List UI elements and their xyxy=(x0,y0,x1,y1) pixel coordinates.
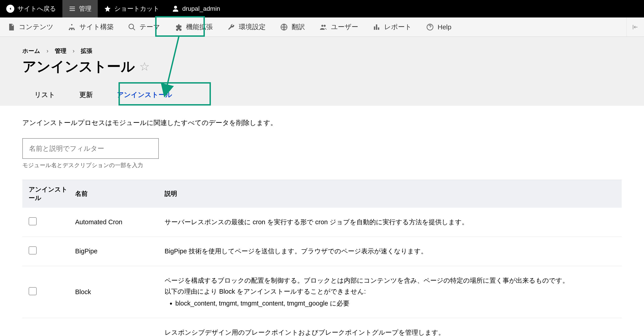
puzzle-icon xyxy=(174,23,182,31)
appearance-icon xyxy=(128,23,136,31)
tab-uninstall[interactable]: アンインストール xyxy=(105,84,184,106)
module-description-cell: ページを構成するブロックの配置を制御する。ブロックとは内部にコンテンツを含み、ペ… xyxy=(161,266,622,318)
admin-menu-reports[interactable]: レポート xyxy=(366,18,419,37)
hamburger-icon xyxy=(69,5,76,12)
admin-menu-config[interactable]: 環境設定 xyxy=(220,18,273,37)
back-to-site-label: サイトへ戻る xyxy=(18,5,56,13)
uninstall-checkbox[interactable] xyxy=(28,287,37,295)
admin-menu-extend[interactable]: 機能拡張 xyxy=(167,18,220,37)
breadcrumb: ホーム › 管理 › 拡張 xyxy=(22,37,622,57)
breadcrumb-extend[interactable]: 拡張 xyxy=(81,47,92,55)
admin-menu: コンテンツ サイト構築 テーマ 機能拡張 環境設定 翻訳 ユーザー レポート H… xyxy=(0,18,644,37)
uninstall-description: アンインストールプロセスはモジュールに関連したすべてのデータを削除します。 xyxy=(22,118,622,127)
table-row: BigPipeBigPipe 技術を使用してページを送信します。ブラウザでのペー… xyxy=(22,237,622,266)
top-toolbar: サイトへ戻る 管理 ショートカット drupal_admin xyxy=(0,0,644,18)
wrench-icon xyxy=(227,23,235,31)
manage-label: 管理 xyxy=(79,5,92,13)
favorite-star-icon[interactable]: ☆ xyxy=(139,60,150,73)
table-row: Automated Cronサーバーレスポンスの最後に cron を実行する形で… xyxy=(22,208,622,237)
table-header-name: 名前 xyxy=(72,180,161,208)
shortcuts-label: ショートカット xyxy=(114,5,160,13)
breadcrumb-home[interactable]: ホーム xyxy=(22,47,40,55)
breadcrumb-separator-icon: › xyxy=(46,48,48,54)
back-icon xyxy=(6,5,14,13)
uninstall-checkbox-cell xyxy=(22,237,72,266)
module-description-cell: レスポンシブデザイン用のブレークポイントおよびブレークポイントグループを管理しま… xyxy=(161,318,622,336)
uninstall-checkbox[interactable] xyxy=(28,217,37,225)
module-filter-input[interactable] xyxy=(22,138,159,159)
tab-list[interactable]: リスト xyxy=(22,84,67,106)
table-header-uninstall: アンインストール xyxy=(22,180,72,208)
table-header-description: 説明 xyxy=(161,180,622,208)
user-icon xyxy=(172,5,179,12)
admin-menu-help[interactable]: Help xyxy=(419,18,459,37)
module-name-cell: Block xyxy=(72,266,161,318)
content-area: アンインストールプロセスはモジュールに関連したすべてのデータを削除します。 モジ… xyxy=(0,106,644,336)
module-description-cell: BigPipe 技術を使用してページを送信します。ブラウザでのページ表示が速くな… xyxy=(161,237,622,266)
admin-menu-content[interactable]: コンテンツ xyxy=(0,18,60,37)
collapse-icon xyxy=(632,24,639,31)
admin-menu-label: 機能拡張 xyxy=(186,22,213,32)
modules-table: アンインストール 名前 説明 Automated Cronサーバーレスポンスの最… xyxy=(22,180,622,336)
admin-menu-appearance[interactable]: テーマ xyxy=(121,18,167,37)
admin-menu-label: ユーザー xyxy=(331,22,358,32)
admin-menu-label: 翻訳 xyxy=(292,22,305,32)
report-icon xyxy=(372,23,380,31)
admin-menu-people[interactable]: ユーザー xyxy=(312,18,366,37)
uninstall-checkbox-cell xyxy=(22,266,72,318)
module-name-cell: BigPipe xyxy=(72,237,161,266)
module-name-cell: Breakpoint xyxy=(72,318,161,336)
admin-menu-translation[interactable]: 翻訳 xyxy=(273,18,312,37)
collapse-toolbar-button[interactable] xyxy=(626,18,644,37)
breadcrumb-separator-icon: › xyxy=(73,48,75,54)
admin-menu-label: サイト構築 xyxy=(80,22,114,32)
module-name-cell: Automated Cron xyxy=(72,208,161,237)
shortcuts-button[interactable]: ショートカット xyxy=(98,0,166,18)
uninstall-checkbox-cell xyxy=(22,318,72,336)
tab-update[interactable]: 更新 xyxy=(67,84,105,106)
admin-menu-label: レポート xyxy=(384,22,412,32)
help-icon xyxy=(426,23,434,31)
uninstall-checkbox[interactable] xyxy=(28,246,37,254)
page-container: ホーム › 管理 › 拡張 アンインストール ☆ リスト 更新 アンインストール… xyxy=(0,37,644,336)
admin-menu-label: テーマ xyxy=(140,22,160,32)
manage-button[interactable]: 管理 xyxy=(62,0,98,18)
page-title-row: アンインストール ☆ xyxy=(22,57,622,84)
filter-help-text: モジュール名とデスクリプションの一部を入力 xyxy=(22,161,622,169)
document-icon xyxy=(7,23,15,31)
uninstall-checkbox-cell xyxy=(22,208,72,237)
user-menu-button[interactable]: drupal_admin xyxy=(166,0,226,18)
globe-icon xyxy=(280,23,288,31)
tabs: リスト 更新 アンインストール xyxy=(22,84,622,106)
module-description-cell: サーバーレスポンスの最後に cron を実行する形で cron ジョブを自動的に… xyxy=(161,208,622,237)
admin-menu-structure[interactable]: サイト構築 xyxy=(60,18,121,37)
users-icon xyxy=(319,23,327,31)
admin-menu-label: 環境設定 xyxy=(239,22,266,32)
breadcrumb-admin[interactable]: 管理 xyxy=(55,47,66,55)
back-to-site-button[interactable]: サイトへ戻る xyxy=(0,0,62,18)
table-row: Breakpointレスポンシブデザイン用のブレークポイントおよびブレークポイン… xyxy=(22,318,622,336)
svg-point-0 xyxy=(129,24,134,29)
admin-menu-label: Help xyxy=(438,23,452,31)
admin-menu-label: コンテンツ xyxy=(19,22,54,32)
structure-icon xyxy=(68,23,76,31)
star-icon xyxy=(104,5,111,12)
page-title: アンインストール xyxy=(22,57,135,76)
table-row: Blockページを構成するブロックの配置を制御する。ブロックとは内部にコンテンツ… xyxy=(22,266,622,318)
username-label: drupal_admin xyxy=(182,5,220,12)
